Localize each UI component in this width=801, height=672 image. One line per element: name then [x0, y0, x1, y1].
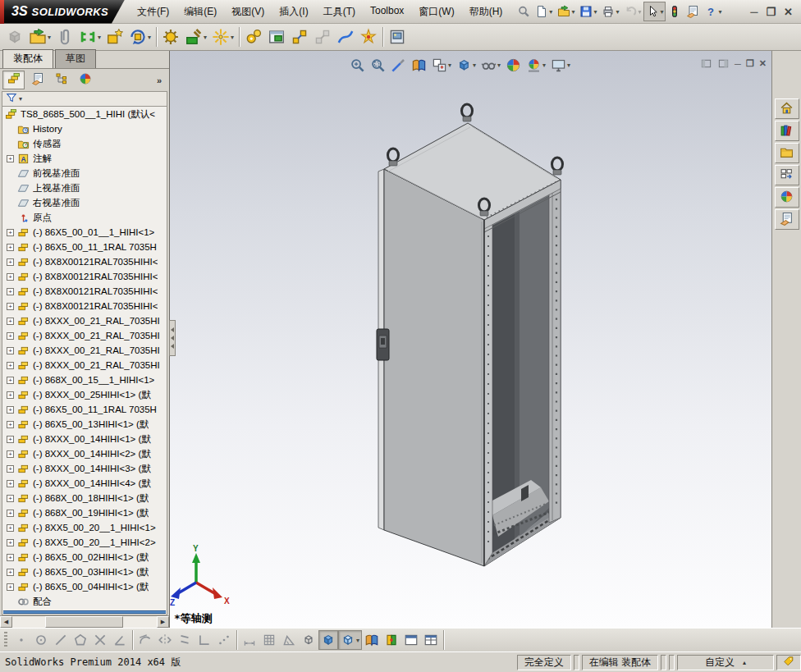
expand-icon[interactable]: + [7, 421, 14, 428]
rotate-component-button[interactable]: ▾ [126, 27, 153, 47]
motion-study-button[interactable] [357, 27, 380, 47]
dropdown-caret-icon[interactable]: ▾ [497, 62, 501, 69]
new-document-button[interactable]: ▾ [533, 2, 555, 21]
file-explorer-button[interactable] [775, 143, 799, 163]
tree-item[interactable]: 原点 [2, 210, 167, 225]
expand-icon[interactable]: + [7, 554, 14, 561]
search-button[interactable] [515, 2, 533, 21]
move-component-button[interactable] [159, 27, 182, 47]
tree-item[interactable]: History [2, 121, 167, 136]
smart-fasteners-button[interactable] [103, 27, 126, 47]
tree-item[interactable]: +(-) 86X5_00_11_1RAL 7035H [2, 240, 167, 254]
tree-item[interactable]: +(-) 86X5_00_03HIHI<1> (默 [2, 565, 167, 579]
menu-item-7[interactable]: 帮助(H) [462, 2, 510, 22]
hide-show-items-button[interactable]: ▾ [478, 54, 503, 75]
help-button[interactable]: ?▾ [702, 2, 724, 21]
expand-icon[interactable]: + [7, 510, 14, 517]
expand-icon[interactable]: + [7, 377, 14, 384]
tree-item[interactable]: +(-) 8XXX_00_14HIHI<1> (默 [2, 432, 167, 446]
tree-item[interactable]: +(-) 868X_00_18HIHI<1> (默 [2, 491, 167, 505]
tree-item[interactable]: 右视基准面 [2, 195, 167, 210]
view-settings-button[interactable]: ▾ [548, 54, 573, 75]
tree-item[interactable]: +(-) 8XXX_00_21_RAL_7035HI [2, 358, 167, 373]
tree-item[interactable]: +(-) 8XXX_00_21_RAL_7035HI [2, 343, 167, 358]
expand-icon[interactable]: + [7, 303, 14, 310]
displaymanager-tab[interactable] [74, 71, 96, 89]
expand-icon[interactable]: + [7, 244, 14, 251]
expand-icon[interactable]: + [7, 332, 14, 340]
viewport-layout-button[interactable] [421, 630, 441, 650]
filter-icon[interactable] [6, 92, 17, 106]
dropdown-caret-icon[interactable]: ▾ [231, 34, 234, 41]
tree-item[interactable]: +(-) 8XXX_00_21_RAL_7035HI [2, 328, 167, 343]
options-button[interactable] [684, 2, 702, 21]
tree-item[interactable]: 上视基准面 [2, 181, 167, 195]
expand-icon[interactable]: + [7, 569, 14, 576]
shaded-display-button[interactable] [318, 630, 338, 650]
sketch-point-button[interactable] [11, 630, 31, 650]
expand-icon[interactable]: + [7, 273, 14, 281]
menu-item-0[interactable]: 文件(F) [130, 2, 176, 22]
menu-item-1[interactable]: 编辑(E) [176, 2, 224, 22]
close-document-button[interactable]: ✕ [759, 58, 767, 69]
dropdown-caret-icon[interactable]: ▾ [98, 34, 101, 41]
undo-button[interactable]: ▾ [621, 2, 643, 21]
restore-window-button[interactable]: ❐ [766, 7, 776, 17]
tree-item[interactable]: 前视基准面 [2, 166, 167, 181]
tree-item[interactable]: +(-) 8X8X00121RAL7035HIHI< [2, 284, 167, 299]
dropdown-caret-icon[interactable]: ▾ [593, 8, 597, 16]
dropdown-caret-icon[interactable]: ▾ [148, 34, 151, 41]
sketch-polygon-button[interactable] [71, 630, 90, 650]
mate-button[interactable]: ▾ [76, 27, 103, 47]
dropdown-caret-icon[interactable]: ▾ [204, 34, 207, 41]
tree-item[interactable]: +(-) 8XX5_00_20__1_HIHI<2> [2, 535, 167, 550]
zoom-to-area-button[interactable] [368, 54, 388, 75]
dropdown-caret-icon[interactable]: ▾ [356, 637, 359, 644]
minimize-window-button[interactable]: ─ [750, 7, 758, 17]
document-tab-1[interactable]: 草图 [55, 49, 96, 68]
tree-item[interactable]: +(-) 868X_00_19HIHI<1> (默 [2, 505, 167, 520]
grid-snap-button[interactable] [259, 630, 279, 650]
view-palette-button[interactable] [775, 165, 799, 185]
tree-item[interactable]: +(-) 8XXX_00_14HIHI<3> (默 [2, 461, 167, 476]
zoom-to-fit-button[interactable] [347, 54, 368, 75]
section-view-button[interactable] [409, 54, 429, 75]
smart-dimension-button[interactable] [240, 630, 259, 650]
scroll-right-button[interactable]: ▶ [157, 616, 169, 628]
expand-icon[interactable]: + [7, 155, 14, 162]
solidworks-resources-button[interactable] [775, 98, 799, 119]
tree-item[interactable]: +(-) 8XXX_00_21_RAL_7035HI [2, 313, 167, 328]
tree-item[interactable]: +(-) 86X5_00_11_1RAL 7035H [2, 402, 167, 417]
scrollbar-thumb[interactable] [45, 616, 123, 628]
custom-dropdown[interactable]: 自定义 ▴ [677, 655, 774, 670]
tree-item[interactable]: +(-) 868X_00_15__1_HIHI<1> [2, 373, 167, 387]
section-view-toggle-button[interactable] [362, 630, 382, 650]
wireframe-display-button[interactable] [299, 630, 318, 650]
filter-caret-icon[interactable]: ▾ [19, 95, 22, 103]
save-button[interactable]: ▾ [577, 2, 599, 21]
custom-properties-button[interactable] [775, 209, 799, 230]
interference-detection-button[interactable] [382, 630, 401, 650]
select-button[interactable]: ▾ [643, 2, 666, 21]
split-window-button[interactable] [401, 630, 421, 650]
dropdown-caret-icon[interactable]: ▾ [718, 8, 721, 16]
dropdown-caret-icon[interactable]: ▾ [473, 62, 476, 69]
expand-icon[interactable]: + [7, 495, 14, 502]
expand-icon[interactable]: + [7, 539, 14, 546]
attach-document-button[interactable] [53, 27, 76, 47]
configurationmanager-tab[interactable] [50, 71, 72, 89]
sketch-chamfer-button[interactable] [110, 630, 130, 650]
rollback-bar[interactable] [3, 610, 166, 614]
expand-icon[interactable]: + [7, 258, 14, 266]
angle-snap-button[interactable] [279, 630, 299, 650]
expand-icon[interactable]: + [7, 524, 14, 532]
dropdown-caret-icon[interactable]: ▾ [616, 8, 619, 16]
expand-icon[interactable]: + [7, 583, 14, 591]
expand-icon[interactable]: + [7, 406, 14, 414]
dropdown-caret-icon[interactable]: ▾ [448, 62, 451, 69]
scroll-left-button[interactable]: ◀ [0, 616, 12, 628]
graphics-viewport[interactable]: ▾▾▾▾▾ ─❐✕ [170, 51, 771, 628]
tree-horizontal-scrollbar[interactable]: ◀ ▶ [0, 615, 169, 628]
document-tab-0[interactable]: 装配体 [2, 49, 53, 68]
cabinet-model[interactable]: Y X Z [170, 51, 771, 628]
